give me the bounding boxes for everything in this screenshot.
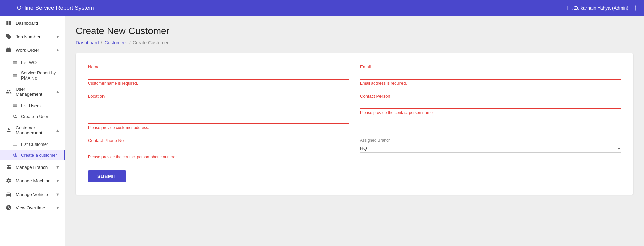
sidebar-label-list-wo: List WO [21, 60, 37, 65]
phone-label: Contact Phone No [88, 138, 349, 143]
phone-error: Please provide the contact person phone … [88, 155, 349, 159]
breadcrumb-sep-1: / [101, 40, 102, 45]
sidebar-label-dashboard: Dashboard [16, 21, 38, 26]
form-actions: SUBMIT [88, 167, 621, 182]
sidebar-item-create-user[interactable]: Create a User [0, 111, 65, 122]
chevron-down-icon-2: ▼ [56, 165, 60, 169]
sidebar-label-manage-branch: Manage Branch [16, 165, 48, 170]
email-input[interactable] [360, 71, 621, 80]
form-card: Name Customer name is required. Email Em… [76, 53, 633, 195]
topbar: Online Service Report System Hi, Zulkarn… [0, 0, 644, 16]
menu-icon[interactable] [5, 6, 12, 10]
sidebar-item-dashboard[interactable]: Dashboard [0, 16, 65, 30]
car-icon [5, 191, 12, 198]
svg-rect-4 [9, 21, 11, 23]
name-label: Name [88, 64, 349, 69]
sidebar-item-service-report[interactable]: Service Report by PMA No [0, 68, 65, 83]
form-group-contact-person: Contact Person Please provide the contac… [360, 94, 621, 130]
list-icon [12, 60, 18, 65]
phone-input[interactable] [88, 144, 349, 153]
sidebar-label-customer-management: Customer Management [16, 125, 52, 135]
chevron-up-icon-2: ▲ [56, 90, 60, 94]
people-icon [5, 88, 12, 95]
svg-point-1 [635, 7, 636, 8]
sidebar-item-view-overtime[interactable]: View Overtime ▼ [0, 201, 65, 215]
location-label: Location [88, 94, 349, 99]
breadcrumb-dashboard[interactable]: Dashboard [76, 40, 99, 45]
more-vert-icon[interactable] [632, 5, 639, 12]
form-group-phone: Contact Phone No Please provide the cont… [88, 138, 349, 159]
breadcrumb: Dashboard / Customers / Create Customer [76, 40, 633, 45]
branch-select[interactable]: HQ Branch 1 Branch 2 [360, 144, 621, 153]
contact-person-error: Please provide the contact person name. [360, 110, 621, 115]
briefcase-icon [5, 47, 12, 53]
sidebar-item-list-customer[interactable]: List Customer [0, 139, 65, 150]
sidebar-label-work-order: Work Order [16, 48, 39, 53]
topbar-right: Hi, Zulkarnain Yahya (Admin) [567, 5, 639, 12]
email-label: Email [360, 64, 621, 69]
sidebar-item-manage-vehicle[interactable]: Manage Vehicle ▼ [0, 187, 65, 201]
clock-icon [5, 204, 12, 211]
chevron-up-icon-3: ▲ [56, 128, 60, 132]
sidebar-label-create-customer: Create a customer [21, 153, 57, 158]
chevron-down-icon-5: ▼ [56, 206, 60, 210]
location-error: Please provide customer address. [88, 125, 349, 130]
svg-rect-3 [6, 21, 8, 23]
person-icon [5, 127, 12, 134]
location-input[interactable] [88, 100, 349, 124]
list-icon-3 [12, 103, 18, 108]
sidebar-item-create-customer[interactable]: Create a customer [0, 150, 65, 160]
app-title: Online Service Report System [17, 5, 94, 12]
svg-point-0 [635, 6, 636, 7]
sidebar-label-list-customer: List Customer [21, 142, 48, 147]
user-greeting: Hi, Zulkarnain Yahya (Admin) [567, 5, 628, 11]
chevron-down-icon-4: ▼ [56, 192, 60, 196]
person-add-icon-2 [12, 152, 18, 158]
contact-person-input[interactable] [360, 100, 621, 109]
sidebar-item-manage-machine[interactable]: Manage Machine ▼ [0, 174, 65, 187]
breadcrumb-customers[interactable]: Customers [104, 40, 127, 45]
breadcrumb-current: Create Customer [133, 40, 169, 45]
contact-person-label: Contact Person [360, 94, 621, 99]
sidebar-item-user-management[interactable]: User Management ▲ [0, 83, 65, 100]
sidebar-label-manage-vehicle: Manage Vehicle [16, 192, 48, 197]
chevron-down-icon-3: ▼ [56, 179, 60, 183]
name-input[interactable] [88, 71, 349, 80]
submit-button[interactable]: SUBMIT [88, 170, 126, 182]
sidebar-item-job-number[interactable]: Job Number ▼ [0, 30, 65, 43]
sidebar-item-list-wo[interactable]: List WO [0, 57, 65, 68]
sidebar-item-list-users[interactable]: List Users [0, 100, 65, 111]
branch-label: Assigned Branch [360, 138, 621, 143]
form-group-location: Location Please provide customer address… [88, 94, 349, 130]
list-icon-2 [12, 73, 18, 78]
tag-icon [5, 33, 12, 40]
list-icon-4 [12, 141, 18, 147]
form-group-branch: Assigned Branch HQ Branch 1 Branch 2 ▼ [360, 138, 621, 159]
form-row-2: Location Please provide customer address… [88, 94, 621, 130]
name-error: Customer name is required. [88, 81, 349, 86]
sidebar-label-manage-machine: Manage Machine [16, 178, 51, 183]
sidebar-item-work-order[interactable]: Work Order ▲ [0, 43, 65, 57]
form-group-email: Email Email address is required. [360, 64, 621, 86]
settings-icon [5, 177, 12, 184]
sidebar-item-manage-branch[interactable]: Manage Branch ▼ [0, 160, 65, 174]
form-row-1: Name Customer name is required. Email Em… [88, 64, 621, 86]
person-add-icon [12, 114, 18, 119]
form-group-name: Name Customer name is required. [88, 64, 349, 86]
store-icon [5, 164, 12, 171]
sidebar-label-create-user: Create a User [21, 114, 48, 119]
sidebar-label-view-overtime: View Overtime [16, 205, 45, 210]
svg-point-2 [635, 9, 636, 10]
form-row-3: Contact Phone No Please provide the cont… [88, 138, 621, 159]
sidebar: Dashboard Job Number ▼ Work Order ▲ List… [0, 16, 65, 246]
svg-rect-6 [9, 23, 11, 25]
chevron-down-icon: ▼ [56, 35, 60, 39]
sidebar-label-list-users: List Users [21, 103, 41, 108]
sidebar-label-service-report: Service Report by PMA No [21, 70, 60, 81]
sidebar-item-customer-management[interactable]: Customer Management ▲ [0, 122, 65, 139]
page-title: Create New Customer [76, 26, 633, 37]
topbar-left: Online Service Report System [5, 5, 94, 12]
svg-rect-5 [6, 23, 8, 25]
dashboard-icon [5, 20, 12, 26]
sidebar-label-job-number: Job Number [16, 34, 41, 39]
